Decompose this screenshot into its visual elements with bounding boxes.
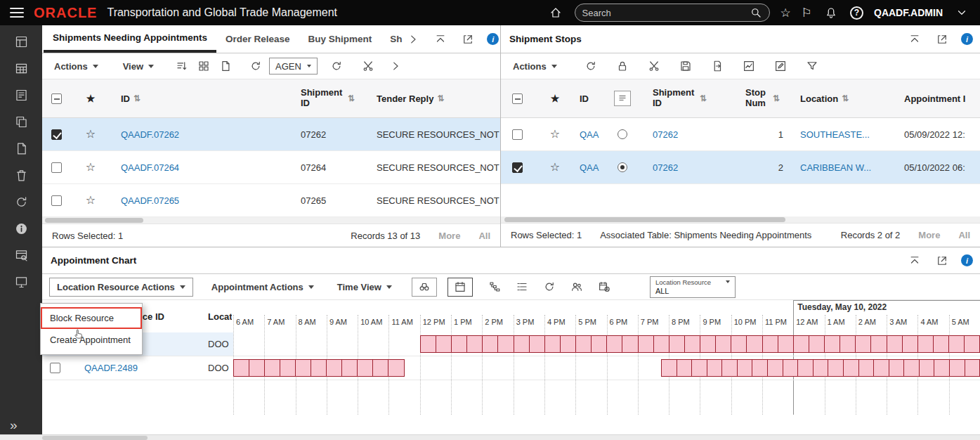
- document-icon[interactable]: [14, 141, 29, 156]
- shipment-link[interactable]: QAADF.07265: [121, 195, 179, 206]
- user-menu-chevron-icon[interactable]: [953, 4, 970, 21]
- refresh-icon[interactable]: [14, 195, 29, 209]
- row-selector-icon[interactable]: [614, 91, 631, 106]
- open-in-new-window-icon[interactable]: [934, 31, 950, 48]
- info-icon[interactable]: i: [961, 254, 973, 266]
- open-in-new-window-icon[interactable]: [934, 252, 950, 269]
- blocked-time-slot[interactable]: [233, 359, 405, 377]
- search-icon[interactable]: [750, 6, 762, 19]
- cut-icon[interactable]: [646, 58, 662, 75]
- all-link[interactable]: All: [478, 231, 490, 241]
- refresh-icon[interactable]: [328, 58, 345, 75]
- shipment-link[interactable]: 07262: [653, 129, 678, 140]
- refresh-icon[interactable]: [541, 278, 558, 295]
- filter-icon[interactable]: [804, 58, 821, 75]
- blocked-time-slot[interactable]: [661, 359, 980, 377]
- shipment-link[interactable]: QAADF.07264: [121, 162, 179, 173]
- sync-icon[interactable]: [247, 58, 264, 75]
- location-resource-actions-button[interactable]: Location Resource Actions: [49, 278, 193, 297]
- refresh-icon[interactable]: [582, 58, 599, 75]
- col-shipment-id[interactable]: Shipment ID: [301, 88, 344, 109]
- form-icon[interactable]: [14, 88, 29, 103]
- favorite-column-icon[interactable]: ★: [86, 93, 96, 103]
- select-all-checkbox[interactable]: [51, 93, 62, 104]
- stop-id-link[interactable]: QAA: [580, 162, 599, 173]
- resource-id-link[interactable]: QAADF.2489: [84, 363, 138, 373]
- open-in-new-window-icon[interactable]: [459, 31, 476, 48]
- view-button[interactable]: View: [118, 58, 159, 75]
- scrollbar-thumb[interactable]: [504, 217, 785, 222]
- row-checkbox[interactable]: [512, 129, 523, 140]
- sort-icon[interactable]: ⇅: [348, 93, 355, 103]
- row-checkbox[interactable]: [50, 363, 60, 373]
- favorite-star-icon[interactable]: ☆: [550, 162, 560, 173]
- collapse-panel-icon[interactable]: [432, 31, 449, 48]
- sort-icon[interactable]: ⇅: [133, 93, 141, 103]
- select-all-checkbox[interactable]: [512, 93, 523, 104]
- save-icon[interactable]: [677, 58, 694, 75]
- calendar-clock-icon[interactable]: [596, 278, 613, 295]
- sort-icon[interactable]: ⇅: [842, 93, 849, 103]
- scrollbar-thumb[interactable]: [42, 436, 148, 440]
- info-icon[interactable]: i: [487, 33, 499, 45]
- collapse-panel-icon[interactable]: [906, 31, 923, 48]
- favorite-star-icon[interactable]: ☆: [86, 195, 96, 206]
- time-view-button[interactable]: Time View: [332, 278, 397, 296]
- location-link[interactable]: CARIBBEAN W...: [800, 162, 871, 173]
- hamburger-menu-icon[interactable]: [10, 8, 24, 18]
- scrollbar-thumb[interactable]: [45, 218, 143, 223]
- col-location[interactable]: Location: [800, 93, 838, 104]
- monitor-icon[interactable]: [14, 275, 29, 290]
- username[interactable]: QAADF.ADMIN: [874, 7, 943, 18]
- lock-icon[interactable]: [614, 58, 631, 75]
- row-radio[interactable]: [618, 162, 627, 172]
- row-checkbox[interactable]: [512, 162, 523, 173]
- more-link[interactable]: More: [438, 231, 460, 241]
- favorite-star-icon[interactable]: ☆: [550, 129, 560, 140]
- grouping-icon[interactable]: [195, 58, 212, 75]
- col-id[interactable]: ID: [580, 93, 589, 104]
- find-resource-button[interactable]: [412, 278, 437, 297]
- list-icon[interactable]: [514, 278, 530, 295]
- row-checkbox[interactable]: [51, 162, 62, 173]
- all-link[interactable]: All: [958, 230, 970, 240]
- shipment-link[interactable]: QAADF.07262: [121, 129, 179, 140]
- export-icon[interactable]: [709, 58, 726, 75]
- edit-icon[interactable]: [772, 58, 789, 75]
- col-appointment[interactable]: Appointment I: [904, 93, 965, 104]
- cut-icon[interactable]: [360, 58, 377, 75]
- calendar-view-button[interactable]: [447, 278, 473, 297]
- dashboard-icon[interactable]: [14, 34, 29, 49]
- cascade-icon[interactable]: [486, 278, 503, 295]
- export-document-icon[interactable]: [217, 58, 234, 75]
- shipment-link[interactable]: 07262: [653, 162, 678, 173]
- horizontal-scrollbar[interactable]: [42, 217, 500, 224]
- table-icon[interactable]: [14, 61, 29, 76]
- copy-icon[interactable]: [14, 115, 29, 129]
- horizontal-scrollbar[interactable]: [501, 216, 980, 223]
- help-icon[interactable]: ?: [850, 6, 863, 20]
- sort-icon[interactable]: ⇅: [437, 93, 444, 103]
- trash-icon[interactable]: [14, 168, 29, 183]
- expand-sidebar-icon[interactable]: »: [10, 418, 18, 433]
- chart-icon[interactable]: [740, 58, 757, 75]
- appointment-actions-button[interactable]: Appointment Actions: [207, 278, 319, 296]
- info-icon[interactable]: i: [961, 33, 973, 45]
- favorite-column-icon[interactable]: ★: [551, 93, 560, 103]
- location-resource-filter-dropdown[interactable]: Location Resource ALL: [650, 276, 736, 298]
- sort-columns-icon[interactable]: [174, 58, 190, 75]
- notifications-bell-icon[interactable]: [823, 4, 839, 21]
- info-icon[interactable]: [14, 221, 29, 236]
- page-horizontal-scrollbar[interactable]: [0, 434, 980, 440]
- row-checkbox[interactable]: [51, 195, 62, 206]
- menu-item-create-appointment[interactable]: Create Appointment: [41, 329, 142, 351]
- people-icon[interactable]: [568, 278, 585, 295]
- home-icon[interactable]: [547, 4, 564, 21]
- location-link[interactable]: SOUTHEASTE...: [800, 129, 870, 140]
- flag-icon[interactable]: ⚐: [802, 7, 812, 19]
- toolbar-overflow-chevron-icon[interactable]: [387, 58, 404, 75]
- col-shipment-id[interactable]: Shipment ID: [653, 88, 696, 109]
- col-stop-num[interactable]: Stop Num: [745, 88, 769, 109]
- collapse-panel-icon[interactable]: [906, 252, 923, 269]
- actions-button[interactable]: Actions: [508, 58, 562, 75]
